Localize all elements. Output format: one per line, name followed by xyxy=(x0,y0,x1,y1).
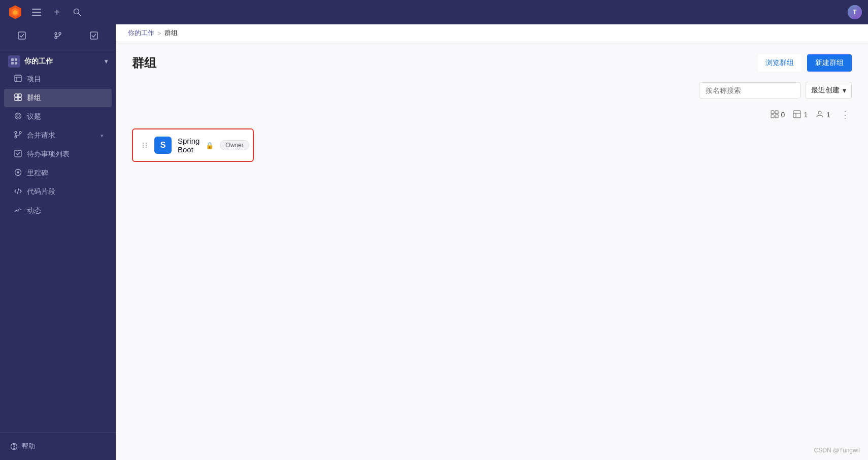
svg-rect-16 xyxy=(11,62,14,64)
svg-point-25 xyxy=(15,113,21,119)
svg-line-7 xyxy=(79,14,81,16)
content-area: 你的工作 > 群组 群组 浏览群组 新建群组 最近创建 ▾ xyxy=(116,24,868,460)
svg-rect-18 xyxy=(15,75,21,82)
group-card[interactable]: S Spring Boot 🔒 Owner xyxy=(132,128,254,162)
sidebar-item-label-milestones: 里程碑 xyxy=(27,169,104,178)
sidebar-item-activity[interactable]: 动态 xyxy=(4,202,112,220)
sidebar-footer: 帮助 xyxy=(0,432,116,460)
snippets-icon xyxy=(14,187,22,196)
page-header-actions: 浏览群组 新建群组 xyxy=(758,54,852,72)
svg-rect-8 xyxy=(18,32,25,39)
create-btn[interactable]: + xyxy=(49,4,65,20)
sidebar-item-issues[interactable]: 议题 xyxy=(4,108,112,126)
sidebar-item-label-issues: 议题 xyxy=(27,112,104,121)
check-quick-btn[interactable] xyxy=(76,26,112,45)
search-btn[interactable] xyxy=(69,4,85,20)
workspace-chevron-icon: ▾ xyxy=(105,58,108,65)
svg-point-28 xyxy=(19,132,21,134)
svg-line-34 xyxy=(17,188,19,194)
todo-quick-btn[interactable] xyxy=(4,26,40,45)
topbar: + T xyxy=(0,0,868,24)
svg-point-36 xyxy=(14,448,15,449)
milestones-icon xyxy=(14,169,22,178)
svg-point-48 xyxy=(146,145,147,146)
app-logo[interactable] xyxy=(6,3,24,21)
svg-point-46 xyxy=(146,143,147,144)
main-layout: 你的工作 ▾ 项目 xyxy=(0,24,868,460)
page-body: 群组 浏览群组 新建群组 最近创建 ▾ xyxy=(116,42,868,460)
page-title: 群组 xyxy=(132,55,156,71)
help-item[interactable]: 帮助 xyxy=(8,439,108,454)
sidebar-item-todo[interactable]: 待办事项列表 xyxy=(4,145,112,163)
subgroups-icon xyxy=(771,110,779,120)
toggle-sidebar-btn[interactable] xyxy=(28,4,45,20)
svg-rect-5 xyxy=(32,15,41,16)
sidebar-item-label-merge: 合并请求 xyxy=(27,131,95,140)
svg-rect-3 xyxy=(32,9,41,10)
sidebar-item-merge-requests[interactable]: 合并请求 ▾ xyxy=(4,126,112,145)
svg-rect-15 xyxy=(15,58,17,61)
stat-members: 1 xyxy=(816,110,830,120)
svg-point-50 xyxy=(146,147,147,148)
workspace-header[interactable]: 你的工作 ▾ xyxy=(0,49,116,70)
sidebar-item-snippets[interactable]: 代码片段 xyxy=(4,183,112,201)
svg-point-27 xyxy=(15,132,17,134)
svg-rect-24 xyxy=(18,97,21,101)
svg-point-44 xyxy=(818,111,821,114)
svg-point-45 xyxy=(143,143,144,144)
sidebar-item-label-snippets: 代码片段 xyxy=(27,187,104,196)
breadcrumb-separator: > xyxy=(157,29,161,37)
svg-point-9 xyxy=(55,32,57,35)
breadcrumb: 你的工作 > 群组 xyxy=(116,24,868,42)
stat-subgroups-value: 0 xyxy=(781,111,785,119)
sidebar-item-label-activity: 动态 xyxy=(27,206,104,215)
svg-rect-23 xyxy=(15,97,18,101)
todo-icon xyxy=(14,150,22,159)
merge-quick-btn[interactable] xyxy=(40,26,76,45)
merge-requests-icon xyxy=(14,131,22,140)
issues-icon xyxy=(14,112,22,121)
sidebar-item-projects[interactable]: 项目 xyxy=(4,70,112,88)
sidebar-quick-actions xyxy=(0,24,116,49)
svg-point-33 xyxy=(17,172,19,173)
svg-rect-4 xyxy=(32,12,41,13)
svg-rect-21 xyxy=(15,94,18,97)
svg-rect-31 xyxy=(15,150,21,157)
breadcrumb-current: 群组 xyxy=(164,28,178,38)
svg-point-29 xyxy=(15,136,17,138)
sort-label: 最近创建 xyxy=(811,86,840,95)
svg-rect-13 xyxy=(90,32,97,39)
workspace-label: 你的工作 xyxy=(24,57,53,66)
svg-rect-37 xyxy=(771,111,774,114)
projects-stat-icon xyxy=(793,110,801,120)
new-group-button[interactable]: 新建群组 xyxy=(807,54,852,72)
group-owner-badge: Owner xyxy=(220,140,249,150)
stat-projects-value: 1 xyxy=(804,111,808,119)
svg-point-6 xyxy=(74,9,79,14)
user-avatar[interactable]: T xyxy=(848,5,862,19)
workspace-icon xyxy=(8,55,20,68)
group-name: Spring Boot xyxy=(178,137,199,154)
search-input[interactable] xyxy=(699,82,800,98)
page-header-row: 群组 浏览群组 新建群组 xyxy=(132,54,852,72)
nav-list: 项目 群组 xyxy=(0,70,116,220)
group-stats-row: 0 1 xyxy=(132,107,852,122)
watermark: CSDN @Tungwil xyxy=(814,447,860,454)
sidebar-item-label-projects: 项目 xyxy=(27,75,104,84)
group-lock-icon: 🔒 xyxy=(206,142,214,149)
more-actions-btn[interactable]: ⋮ xyxy=(839,107,852,122)
projects-icon xyxy=(14,75,22,84)
sort-dropdown[interactable]: 最近创建 ▾ xyxy=(806,82,852,99)
sort-chevron-icon: ▾ xyxy=(843,86,846,94)
sidebar-item-milestones[interactable]: 里程碑 xyxy=(4,164,112,182)
svg-rect-38 xyxy=(775,111,778,114)
sidebar-item-groups[interactable]: 群组 xyxy=(4,89,112,107)
stat-projects: 1 xyxy=(793,110,808,120)
breadcrumb-parent[interactable]: 你的工作 xyxy=(128,28,154,38)
browse-groups-button[interactable]: 浏览群组 xyxy=(758,54,801,72)
help-label: 帮助 xyxy=(22,442,35,451)
svg-rect-22 xyxy=(18,94,21,97)
search-wrap xyxy=(699,82,800,98)
groups-icon xyxy=(14,93,22,103)
svg-rect-14 xyxy=(11,58,14,61)
